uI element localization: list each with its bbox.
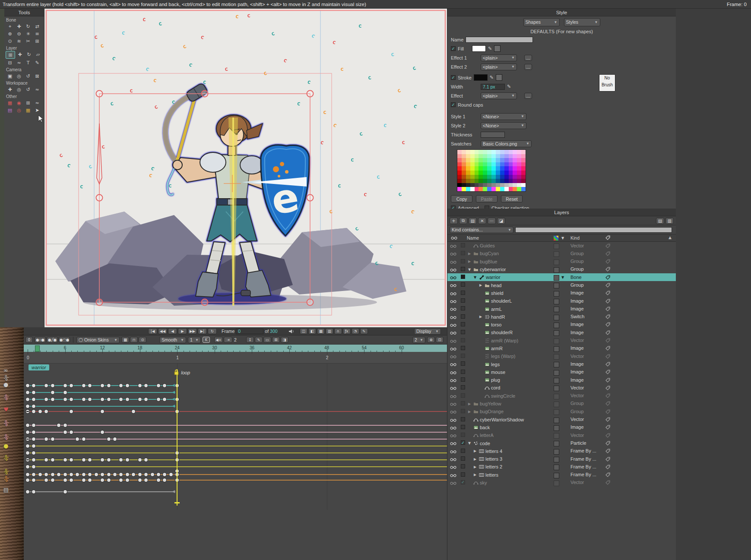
layer-row-bugblue[interactable]: ▶bugBlueGroup <box>447 258 676 266</box>
layer-visibility-icon[interactable] <box>450 441 456 446</box>
layer-color-swatch[interactable] <box>554 267 559 273</box>
timeline-toggle-3[interactable]: ▦ <box>317 328 325 334</box>
palette-swatch[interactable] <box>491 183 496 187</box>
keyframe[interactable] <box>25 397 30 402</box>
layer-row-torso[interactable]: torsoImage <box>447 321 676 329</box>
palette-swatch[interactable] <box>487 166 491 171</box>
palette-swatch[interactable] <box>504 150 509 154</box>
palette-swatch[interactable] <box>496 162 500 167</box>
timeline-toggle-2[interactable]: ◧ <box>308 328 316 334</box>
layer-color-swatch[interactable] <box>554 441 559 446</box>
sort-caret-icon[interactable]: ▼ <box>561 236 564 240</box>
keyframe[interactable] <box>63 490 67 494</box>
layer-row-letters-2[interactable]: ▶letters 2Frame By ... <box>447 463 676 471</box>
palette-swatch[interactable] <box>500 150 504 154</box>
layer-tag-icon[interactable] <box>605 449 610 454</box>
keyframe[interactable] <box>25 458 30 462</box>
keyframe[interactable] <box>144 383 148 388</box>
palette-swatch[interactable] <box>504 179 509 183</box>
layer-checkbox[interactable]: ✓ <box>461 440 465 445</box>
keyframe[interactable] <box>131 409 136 414</box>
palette-swatch[interactable] <box>466 162 470 167</box>
keyframe[interactable] <box>82 458 86 462</box>
pink-bone-channel-icon[interactable]: % <box>2 393 10 402</box>
palette-swatch[interactable] <box>496 175 500 179</box>
timeline-toggle-7[interactable]: ◔ <box>352 328 359 334</box>
kind-filter-input[interactable] <box>515 227 672 233</box>
palette-swatch[interactable] <box>470 154 475 158</box>
interpolation-dropdown[interactable]: Smooth▼ <box>159 337 186 343</box>
palette-swatch[interactable] <box>457 175 462 179</box>
reset-button[interactable]: Reset <box>501 195 523 202</box>
palette-swatch[interactable] <box>457 154 462 158</box>
layer-checkbox[interactable]: ✓ <box>461 480 465 484</box>
palette-swatch[interactable] <box>457 187 462 191</box>
layer-channel-icon[interactable]: ▤ <box>3 487 9 493</box>
handle-bottom-right[interactable] <box>307 299 314 306</box>
keyframe[interactable] <box>100 458 105 462</box>
edit-button-2[interactable]: ✎ <box>255 337 263 343</box>
expand-arrow-icon[interactable]: ▶ <box>479 315 483 319</box>
expand-arrow-icon[interactable]: ▶ <box>468 259 472 263</box>
palette-swatch[interactable] <box>478 166 483 171</box>
palette-swatch[interactable] <box>513 154 517 158</box>
mid-button-1[interactable]: ◀+ <box>214 337 223 343</box>
layer-checkbox[interactable] <box>461 338 465 342</box>
keyframe[interactable] <box>88 383 92 388</box>
keyframe[interactable] <box>82 437 86 441</box>
layer-visibility-icon[interactable] <box>450 449 456 455</box>
pink-bone-channel-2-icon[interactable]: % <box>2 419 10 427</box>
palette-swatch[interactable] <box>504 171 509 175</box>
palette-swatch[interactable] <box>521 187 526 191</box>
layer-checkbox[interactable] <box>461 393 465 398</box>
keyframe[interactable] <box>119 472 123 477</box>
stroke-brush-box[interactable] <box>496 74 502 81</box>
layer-tag-icon[interactable] <box>605 441 610 446</box>
no-brush-button[interactable]: NoBrush <box>599 74 615 92</box>
palette-swatch[interactable] <box>504 158 509 162</box>
transport-button-6[interactable]: ▶| <box>198 328 207 334</box>
tool-curve-tool[interactable]: ≈ <box>33 99 41 106</box>
palette-swatch[interactable] <box>521 158 526 162</box>
palette-swatch[interactable] <box>517 179 521 183</box>
keyframe[interactable] <box>32 430 36 434</box>
layer-checkbox[interactable] <box>461 417 465 421</box>
layer-row-swingcircle[interactable]: swingCircleVector <box>447 392 676 400</box>
palette-swatch[interactable] <box>475 150 479 154</box>
edit-button-1[interactable]: ↧ <box>246 337 254 343</box>
shapes-dropdown[interactable]: Shapes▼ <box>523 18 560 26</box>
palette-swatch[interactable] <box>491 158 496 162</box>
layer-visibility-icon[interactable] <box>450 315 456 320</box>
palette-swatch[interactable] <box>513 175 517 179</box>
tool-follow-path[interactable]: ⊟ <box>6 59 14 66</box>
palette-swatch[interactable] <box>500 166 504 171</box>
timeline-zoom-dropdown[interactable]: 2▼ <box>412 337 425 343</box>
collapse-all-icon[interactable]: ▲ <box>669 235 672 240</box>
palette-swatch[interactable] <box>500 154 504 158</box>
keyframe[interactable] <box>63 390 67 395</box>
keyframe[interactable] <box>44 437 48 441</box>
layer-visibility-icon[interactable] <box>450 347 456 352</box>
edit-button-5[interactable]: ◨ <box>281 337 288 343</box>
keyframe[interactable] <box>25 390 30 395</box>
swatches-dropdown[interactable]: Basic Colors.png▼ <box>481 140 532 147</box>
keyframe[interactable] <box>32 397 36 402</box>
palette-swatch[interactable] <box>504 183 509 187</box>
keyframe[interactable] <box>144 397 148 402</box>
keyframe[interactable] <box>156 383 161 388</box>
layer-color-swatch[interactable] <box>554 362 559 367</box>
layer-checkbox[interactable] <box>461 298 465 303</box>
palette-swatch[interactable] <box>466 166 470 171</box>
keyframe[interactable] <box>162 397 167 402</box>
layer-options-caret[interactable]: ▼ <box>561 275 564 279</box>
tool-curve-layer[interactable]: ≈ <box>15 59 23 66</box>
layer-row-guides[interactable]: GuidesVector <box>447 242 676 250</box>
palette-swatch[interactable] <box>491 179 496 183</box>
tool-pan-tilt-camera[interactable]: ⊠ <box>33 73 41 79</box>
layer-color-swatch[interactable] <box>554 315 559 320</box>
fill-color-swatch[interactable] <box>472 45 486 52</box>
keyframe[interactable] <box>150 472 155 477</box>
palette-swatch[interactable] <box>513 187 517 191</box>
layer-color-swatch[interactable] <box>554 425 559 431</box>
layer-color-swatch[interactable] <box>554 283 559 288</box>
